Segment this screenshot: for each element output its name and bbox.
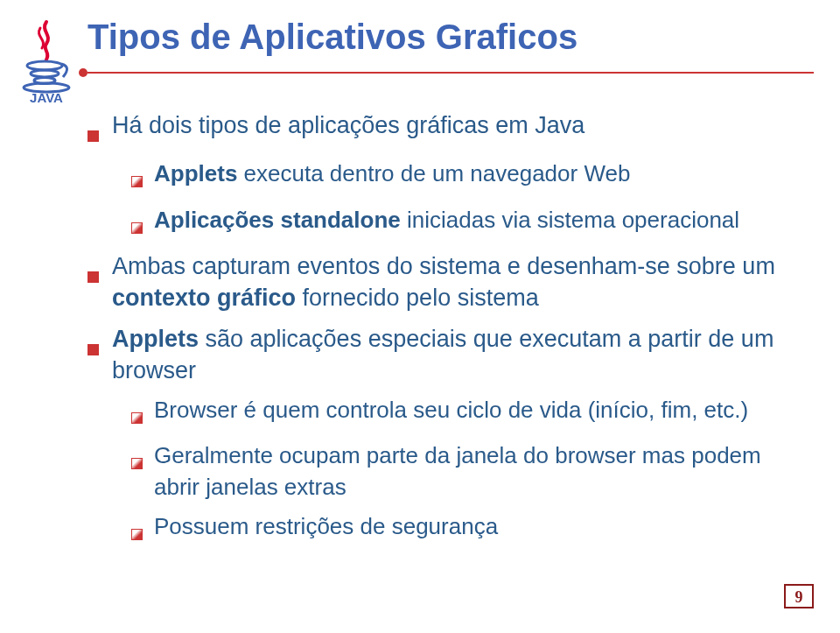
slide-content: Há dois tipos de aplicações gráficas em … bbox=[88, 109, 796, 557]
square-bullet-icon bbox=[88, 109, 112, 150]
bullet-level1: Applets são aplicações especiais que exe… bbox=[88, 323, 796, 387]
square-bullet-icon bbox=[88, 323, 112, 387]
svg-point-1 bbox=[31, 70, 59, 77]
bullet-text: Há dois tipos de aplicações gráficas em … bbox=[112, 109, 796, 150]
bullet-level2: Aplicações standalone iniciadas via sist… bbox=[131, 205, 796, 242]
diamond-bullet-icon bbox=[131, 158, 154, 195]
svg-text:JAVA: JAVA bbox=[30, 90, 63, 105]
bullet-text: Applets executa dentro de um navegador W… bbox=[154, 158, 796, 195]
bullet-text: Applets são aplicações especiais que exe… bbox=[112, 323, 796, 387]
diamond-bullet-icon bbox=[131, 440, 154, 502]
diamond-bullet-icon bbox=[131, 205, 154, 242]
bullet-text: Possuem restrições de segurança bbox=[154, 511, 796, 548]
diamond-bullet-icon bbox=[131, 395, 154, 432]
bullet-level2: Geralmente ocupam parte da janela do bro… bbox=[131, 440, 796, 502]
bullet-text: Geralmente ocupam parte da janela do bro… bbox=[154, 440, 796, 502]
bullet-level1: Ambas capturam eventos do sistema e dese… bbox=[88, 250, 796, 314]
bullet-text: Browser é quem controla seu ciclo de vid… bbox=[154, 395, 796, 432]
bullet-level2: Possuem restrições de segurança bbox=[131, 511, 796, 548]
bullet-text: Aplicações standalone iniciadas via sist… bbox=[154, 205, 796, 242]
bullet-level1: Há dois tipos de aplicações gráficas em … bbox=[88, 109, 796, 150]
bullet-level2: Applets executa dentro de um navegador W… bbox=[131, 158, 796, 195]
bullet-level2: Browser é quem controla seu ciclo de vid… bbox=[131, 395, 796, 432]
slide-title: Tipos de Aplicativos Graficos bbox=[88, 18, 578, 57]
bullet-text: Ambas capturam eventos do sistema e dese… bbox=[112, 250, 796, 314]
page-number: 9 bbox=[784, 584, 814, 608]
diamond-bullet-icon bbox=[131, 511, 154, 548]
java-logo: JAVA bbox=[16, 18, 77, 105]
title-divider bbox=[88, 72, 814, 74]
square-bullet-icon bbox=[88, 250, 112, 314]
